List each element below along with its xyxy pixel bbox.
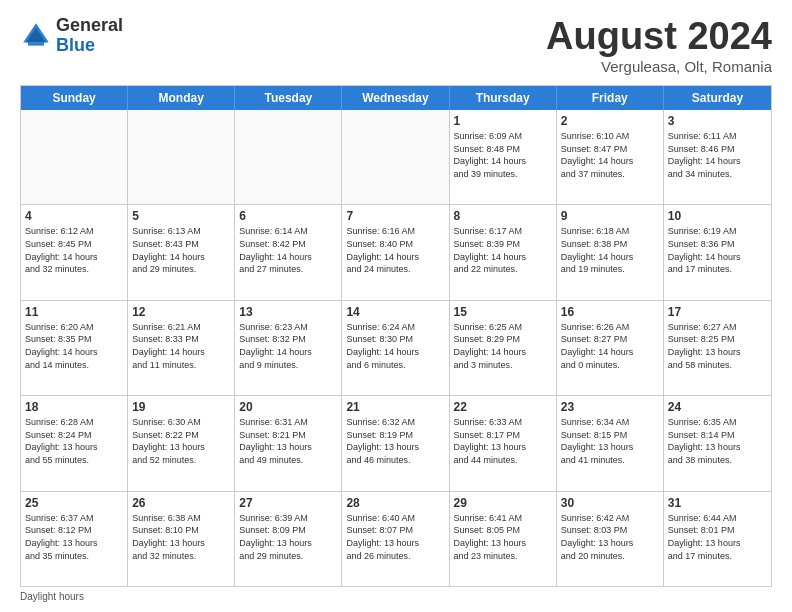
day-info: Sunrise: 6:31 AM Sunset: 8:21 PM Dayligh… <box>239 416 337 466</box>
day-cell: 13Sunrise: 6:23 AM Sunset: 8:32 PM Dayli… <box>235 301 342 395</box>
svg-rect-2 <box>28 42 44 45</box>
day-of-week-header: Tuesday <box>235 86 342 110</box>
day-info: Sunrise: 6:18 AM Sunset: 8:38 PM Dayligh… <box>561 225 659 275</box>
day-cell: 2Sunrise: 6:10 AM Sunset: 8:47 PM Daylig… <box>557 110 664 204</box>
empty-day-cell <box>235 110 342 204</box>
day-number: 31 <box>668 495 767 511</box>
day-number: 21 <box>346 399 444 415</box>
day-info: Sunrise: 6:35 AM Sunset: 8:14 PM Dayligh… <box>668 416 767 466</box>
empty-day-cell <box>128 110 235 204</box>
day-number: 25 <box>25 495 123 511</box>
day-cell: 6Sunrise: 6:14 AM Sunset: 8:42 PM Daylig… <box>235 205 342 299</box>
day-number: 30 <box>561 495 659 511</box>
empty-day-cell <box>342 110 449 204</box>
day-of-week-header: Friday <box>557 86 664 110</box>
day-cell: 26Sunrise: 6:38 AM Sunset: 8:10 PM Dayli… <box>128 492 235 586</box>
day-number: 7 <box>346 208 444 224</box>
day-info: Sunrise: 6:44 AM Sunset: 8:01 PM Dayligh… <box>668 512 767 562</box>
day-number: 22 <box>454 399 552 415</box>
day-info: Sunrise: 6:34 AM Sunset: 8:15 PM Dayligh… <box>561 416 659 466</box>
day-number: 27 <box>239 495 337 511</box>
day-info: Sunrise: 6:20 AM Sunset: 8:35 PM Dayligh… <box>25 321 123 371</box>
day-info: Sunrise: 6:27 AM Sunset: 8:25 PM Dayligh… <box>668 321 767 371</box>
day-info: Sunrise: 6:28 AM Sunset: 8:24 PM Dayligh… <box>25 416 123 466</box>
day-info: Sunrise: 6:23 AM Sunset: 8:32 PM Dayligh… <box>239 321 337 371</box>
day-cell: 8Sunrise: 6:17 AM Sunset: 8:39 PM Daylig… <box>450 205 557 299</box>
day-number: 5 <box>132 208 230 224</box>
day-cell: 18Sunrise: 6:28 AM Sunset: 8:24 PM Dayli… <box>21 396 128 490</box>
day-number: 8 <box>454 208 552 224</box>
calendar-week-row: 18Sunrise: 6:28 AM Sunset: 8:24 PM Dayli… <box>21 395 771 490</box>
day-cell: 16Sunrise: 6:26 AM Sunset: 8:27 PM Dayli… <box>557 301 664 395</box>
calendar: SundayMondayTuesdayWednesdayThursdayFrid… <box>20 85 772 587</box>
day-of-week-header: Saturday <box>664 86 771 110</box>
day-number: 12 <box>132 304 230 320</box>
logo-blue: Blue <box>56 35 95 55</box>
day-number: 4 <box>25 208 123 224</box>
day-number: 17 <box>668 304 767 320</box>
day-info: Sunrise: 6:33 AM Sunset: 8:17 PM Dayligh… <box>454 416 552 466</box>
month-title: August 2024 <box>546 16 772 58</box>
day-cell: 7Sunrise: 6:16 AM Sunset: 8:40 PM Daylig… <box>342 205 449 299</box>
day-cell: 19Sunrise: 6:30 AM Sunset: 8:22 PM Dayli… <box>128 396 235 490</box>
day-info: Sunrise: 6:19 AM Sunset: 8:36 PM Dayligh… <box>668 225 767 275</box>
day-cell: 27Sunrise: 6:39 AM Sunset: 8:09 PM Dayli… <box>235 492 342 586</box>
day-cell: 5Sunrise: 6:13 AM Sunset: 8:43 PM Daylig… <box>128 205 235 299</box>
calendar-week-row: 4Sunrise: 6:12 AM Sunset: 8:45 PM Daylig… <box>21 204 771 299</box>
day-info: Sunrise: 6:09 AM Sunset: 8:48 PM Dayligh… <box>454 130 552 180</box>
day-cell: 23Sunrise: 6:34 AM Sunset: 8:15 PM Dayli… <box>557 396 664 490</box>
day-number: 20 <box>239 399 337 415</box>
day-cell: 22Sunrise: 6:33 AM Sunset: 8:17 PM Dayli… <box>450 396 557 490</box>
day-number: 2 <box>561 113 659 129</box>
day-number: 3 <box>668 113 767 129</box>
day-cell: 30Sunrise: 6:42 AM Sunset: 8:03 PM Dayli… <box>557 492 664 586</box>
day-of-week-header: Monday <box>128 86 235 110</box>
day-cell: 14Sunrise: 6:24 AM Sunset: 8:30 PM Dayli… <box>342 301 449 395</box>
day-info: Sunrise: 6:25 AM Sunset: 8:29 PM Dayligh… <box>454 321 552 371</box>
footer-note: Daylight hours <box>20 591 772 602</box>
day-cell: 9Sunrise: 6:18 AM Sunset: 8:38 PM Daylig… <box>557 205 664 299</box>
day-info: Sunrise: 6:14 AM Sunset: 8:42 PM Dayligh… <box>239 225 337 275</box>
day-number: 1 <box>454 113 552 129</box>
day-info: Sunrise: 6:13 AM Sunset: 8:43 PM Dayligh… <box>132 225 230 275</box>
day-cell: 20Sunrise: 6:31 AM Sunset: 8:21 PM Dayli… <box>235 396 342 490</box>
day-cell: 4Sunrise: 6:12 AM Sunset: 8:45 PM Daylig… <box>21 205 128 299</box>
day-info: Sunrise: 6:40 AM Sunset: 8:07 PM Dayligh… <box>346 512 444 562</box>
day-number: 10 <box>668 208 767 224</box>
day-cell: 28Sunrise: 6:40 AM Sunset: 8:07 PM Dayli… <box>342 492 449 586</box>
day-number: 19 <box>132 399 230 415</box>
day-of-week-header: Sunday <box>21 86 128 110</box>
day-number: 23 <box>561 399 659 415</box>
day-cell: 11Sunrise: 6:20 AM Sunset: 8:35 PM Dayli… <box>21 301 128 395</box>
title-block: August 2024 Verguleasa, Olt, Romania <box>546 16 772 75</box>
header: General Blue August 2024 Verguleasa, Olt… <box>20 16 772 75</box>
day-number: 11 <box>25 304 123 320</box>
day-number: 24 <box>668 399 767 415</box>
calendar-week-row: 11Sunrise: 6:20 AM Sunset: 8:35 PM Dayli… <box>21 300 771 395</box>
logo-text: General Blue <box>56 16 123 56</box>
day-number: 15 <box>454 304 552 320</box>
day-cell: 29Sunrise: 6:41 AM Sunset: 8:05 PM Dayli… <box>450 492 557 586</box>
day-info: Sunrise: 6:38 AM Sunset: 8:10 PM Dayligh… <box>132 512 230 562</box>
day-info: Sunrise: 6:32 AM Sunset: 8:19 PM Dayligh… <box>346 416 444 466</box>
day-info: Sunrise: 6:16 AM Sunset: 8:40 PM Dayligh… <box>346 225 444 275</box>
day-number: 14 <box>346 304 444 320</box>
calendar-body: 1Sunrise: 6:09 AM Sunset: 8:48 PM Daylig… <box>21 110 771 586</box>
day-number: 16 <box>561 304 659 320</box>
calendar-week-row: 25Sunrise: 6:37 AM Sunset: 8:12 PM Dayli… <box>21 491 771 586</box>
day-cell: 17Sunrise: 6:27 AM Sunset: 8:25 PM Dayli… <box>664 301 771 395</box>
day-info: Sunrise: 6:42 AM Sunset: 8:03 PM Dayligh… <box>561 512 659 562</box>
day-info: Sunrise: 6:12 AM Sunset: 8:45 PM Dayligh… <box>25 225 123 275</box>
calendar-week-row: 1Sunrise: 6:09 AM Sunset: 8:48 PM Daylig… <box>21 110 771 204</box>
day-cell: 25Sunrise: 6:37 AM Sunset: 8:12 PM Dayli… <box>21 492 128 586</box>
day-of-week-header: Wednesday <box>342 86 449 110</box>
logo-icon <box>20 20 52 52</box>
day-info: Sunrise: 6:30 AM Sunset: 8:22 PM Dayligh… <box>132 416 230 466</box>
day-number: 29 <box>454 495 552 511</box>
day-info: Sunrise: 6:26 AM Sunset: 8:27 PM Dayligh… <box>561 321 659 371</box>
day-info: Sunrise: 6:21 AM Sunset: 8:33 PM Dayligh… <box>132 321 230 371</box>
day-number: 28 <box>346 495 444 511</box>
day-number: 26 <box>132 495 230 511</box>
day-cell: 3Sunrise: 6:11 AM Sunset: 8:46 PM Daylig… <box>664 110 771 204</box>
day-info: Sunrise: 6:24 AM Sunset: 8:30 PM Dayligh… <box>346 321 444 371</box>
